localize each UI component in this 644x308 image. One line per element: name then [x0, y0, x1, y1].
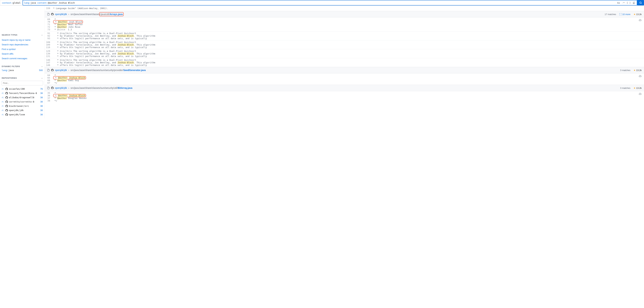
code-line[interactable]: 70 * @author Josh Bloch	[45, 21, 644, 23]
code-line[interactable]: 72 * @author John Rose	[45, 26, 644, 28]
match-count: 3 matches	[620, 69, 630, 72]
code-line[interactable]: 36 * @author Joshua Bloch	[45, 94, 644, 97]
filter-row[interactable]: lang:java500	[1, 68, 43, 72]
svg-rect-0	[634, 2, 635, 4]
code-line[interactable]: 92 * by Vladimir Yaroslavskiy, Jon Bentl…	[45, 35, 644, 37]
code-line[interactable]: 73 * @since 1.2	[45, 28, 644, 31]
star-count: 13.2k	[636, 87, 642, 89]
open-in-editor-icon[interactable]	[638, 92, 642, 95]
structural-toggle[interactable]: [ ]	[627, 2, 631, 4]
repo-row[interactable]: r: Tencent/TencentKona-838	[1, 91, 43, 95]
open-in-editor-icon[interactable]	[638, 19, 642, 22]
search-type-link[interactable]: Find a symbol	[1, 47, 43, 52]
line-number: 65	[45, 77, 53, 79]
repo-find-input[interactable]	[1, 81, 43, 85]
line-number: 38	[45, 99, 53, 102]
sidebar: Search Types ⌄ Search repos by org or na…	[0, 6, 45, 118]
code-line[interactable]: 64 *	[45, 74, 644, 77]
repo-row[interactable]: r: corretto/corretto-838	[1, 100, 43, 104]
match-count: 3 matches	[620, 87, 630, 89]
code-line[interactable]: 130 * by Vladimir Yaroslavskiy, Jon Bent…	[45, 52, 644, 55]
chevron-down-icon: ⌄	[41, 65, 43, 67]
open-in-editor-icon[interactable]	[638, 74, 642, 78]
line-number: 37	[45, 97, 53, 99]
github-icon	[51, 87, 54, 89]
line-number: 72	[45, 26, 53, 28]
line-number: 110	[45, 46, 53, 49]
line-number: 71	[45, 23, 53, 26]
search-query: lang:java content:@author Joshua Bloch	[24, 2, 617, 4]
search-type-link[interactable]: Search diffs	[1, 52, 43, 56]
star-icon: ★	[634, 13, 636, 16]
search-bar: context:global lang:java content:@author…	[0, 0, 644, 6]
line-number: 64	[45, 74, 53, 77]
line-number: 147	[45, 61, 53, 64]
code-hunk: 64 *65 * @author Joshua Bloch66 * @autho…	[45, 73, 644, 85]
file-icon	[47, 13, 50, 16]
dynamic-filters-header[interactable]: Dynamic Filters ⌄	[1, 65, 43, 68]
svg-point-1	[640, 2, 641, 4]
search-result: openjdk/jdk › src/java.base/share/classe…	[45, 11, 644, 67]
regex-toggle[interactable]: ·*	[622, 2, 625, 4]
search-type-link[interactable]: Search repo dependencies	[1, 42, 43, 47]
repo-row[interactable]: r: zxiaofan/JDK76	[1, 87, 43, 91]
code-line[interactable]: 71 * @author Neal Gafter	[45, 23, 644, 26]
code-hunk: 146 * @implNote The sorting algorithm is…	[45, 58, 644, 67]
repositories-header[interactable]: Repositories ⌄	[1, 76, 43, 80]
repo-link[interactable]: openjdk/jdk	[55, 87, 67, 89]
line-number: 93	[45, 37, 53, 40]
repo-link[interactable]: openjdk/jdk	[55, 69, 67, 72]
line-number: 36	[45, 94, 53, 97]
code-line[interactable]: 129 * @implNote The sorting algorithm is…	[45, 50, 644, 52]
code-line[interactable]: 67 */	[45, 82, 644, 84]
search-types-section: Search Types ⌄ Search repos by org or na…	[1, 33, 43, 61]
code-line[interactable]: 91 * @implNote The sorting algorithm is …	[45, 32, 644, 35]
search-types-header[interactable]: Search Types ⌄	[1, 33, 43, 37]
search-options: Aa ·* [ ]	[617, 2, 636, 4]
code-line[interactable]: 109 * by Vladimir Yaroslavskiy, Jon Bent…	[45, 44, 644, 46]
search-type-link[interactable]: Search repos by org or name	[1, 38, 43, 42]
file-path-link[interactable]: src/java.base/share/classes/sun/security…	[70, 69, 146, 72]
code-line[interactable]: 66 * @author Gadi Guy	[45, 79, 644, 82]
clipboard-icon[interactable]	[633, 2, 635, 4]
code-line[interactable]: 35 *	[45, 92, 644, 94]
code-line[interactable]: 37 * @author Douglas Hoover	[45, 97, 644, 99]
code-line[interactable]: 148 * offers O(n log(n)) performance on …	[45, 64, 644, 66]
repo-row[interactable]: r: alibaba/dragonwell838	[1, 95, 43, 100]
case-sensitive-toggle[interactable]: Aa	[617, 2, 620, 4]
code-line[interactable]: 110 * offers O(n log(n)) performance on …	[45, 46, 644, 49]
code-line[interactable]: 65 * @author Joshua Bloch	[45, 77, 644, 79]
file-path-link[interactable]: src/java.base/share/classes/java/util/Ar…	[70, 13, 124, 16]
code-line[interactable]: 146 * @implNote The sorting algorithm is…	[45, 59, 644, 61]
github-icon	[51, 69, 54, 71]
code-hunk: 129 * @implNote The sorting algorithm is…	[45, 49, 644, 58]
file-path-link[interactable]: src/java.base/share/classes/sun/security…	[70, 87, 132, 89]
code-line[interactable]: 69 *	[45, 18, 644, 21]
repo-row[interactable]: r: openjdk/loom38	[1, 112, 43, 117]
code-line[interactable]: 93 * offers O(n log(n)) performance on a…	[45, 37, 644, 40]
line-number: 146	[45, 59, 53, 61]
line-number: 67	[45, 82, 53, 84]
code-line[interactable]: 147 * by Vladimir Yaroslavskiy, Jon Bent…	[45, 61, 644, 64]
code-hunk: 69 *70 * @author Josh Bloch71 * @author …	[45, 18, 644, 31]
code-hunk: 108 * @implNote The sorting algorithm is…	[45, 40, 644, 49]
repo-link[interactable]: openjdk/jdk	[55, 13, 67, 16]
star-count: 13.2k	[636, 69, 642, 72]
code-line[interactable]: 131 * offers O(n log(n)) performance on …	[45, 55, 644, 58]
repo-row[interactable]: r: kiwibrowser/src38	[1, 104, 43, 108]
line-number: 108	[45, 41, 53, 44]
search-submit-button[interactable]	[637, 0, 644, 6]
line-number: 70	[45, 21, 53, 23]
context-selector[interactable]: context:global	[0, 0, 22, 6]
code-line[interactable]: 38 */	[45, 99, 644, 102]
match-count: 17 matches	[605, 13, 616, 16]
github-icon	[51, 13, 54, 16]
star-count: 13.2k	[636, 13, 642, 16]
truncated-prev-line: 339 * Language Guide" (Addison-Wesley, 2…	[45, 6, 644, 11]
line-number: 35	[45, 92, 53, 94]
show-more-link[interactable]: 10 more	[619, 13, 630, 16]
repo-row[interactable]: r: openjdk/jdk38	[1, 108, 43, 112]
search-input[interactable]: lang:java content:@author Joshua Bloch A…	[22, 0, 637, 6]
code-line[interactable]: 108 * @implNote The sorting algorithm is…	[45, 41, 644, 44]
search-type-link[interactable]: Search commit messages	[1, 56, 43, 61]
